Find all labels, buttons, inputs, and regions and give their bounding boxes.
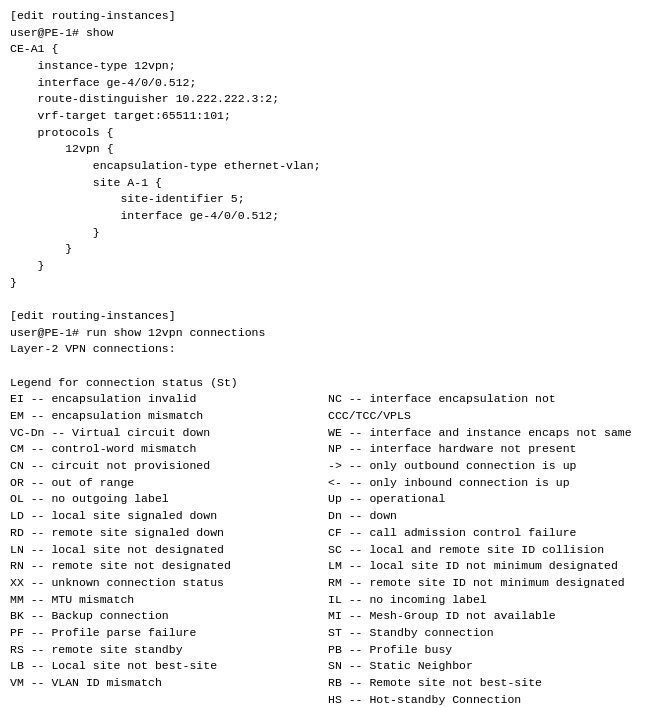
legend-item: CF -- call admission control failure: [328, 525, 642, 542]
code-block-1: [edit routing-instances] user@PE-1# show…: [10, 8, 642, 391]
legend-item: BK -- Backup connection: [10, 608, 324, 625]
legend-item: -> -- only outbound connection is up: [328, 458, 642, 475]
legend-item: CM -- control-word mismatch: [10, 441, 324, 458]
legend-item: LB -- Local site not best-site: [10, 658, 324, 675]
legend-item: NC -- interface encapsulation not CCC/TC…: [328, 391, 642, 424]
legend-item: LM -- local site ID not minimum designat…: [328, 558, 642, 575]
legend-item: <- -- only inbound connection is up: [328, 475, 642, 492]
legend-item: XX -- unknown connection status: [10, 575, 324, 592]
legend-item: OL -- no outgoing label: [10, 491, 324, 508]
legend-item: EI -- encapsulation invalid: [10, 391, 324, 408]
legend-item: Dn -- down: [328, 508, 642, 525]
legend-item: WE -- interface and instance encaps not …: [328, 425, 642, 442]
legend-right-col: NC -- interface encapsulation not CCC/TC…: [328, 391, 642, 707]
legend-item: LN -- local site not designated: [10, 542, 324, 559]
legend-item: SC -- local and remote site ID collision: [328, 542, 642, 559]
legend-item: CN -- circuit not provisioned: [10, 458, 324, 475]
terminal-window: [edit routing-instances] user@PE-1# show…: [10, 8, 642, 707]
legend-connection-table: EI -- encapsulation invalid EM -- encaps…: [10, 391, 642, 707]
legend-item: LD -- local site signaled down: [10, 508, 324, 525]
legend-item: RD -- remote site signaled down: [10, 525, 324, 542]
legend-item: RB -- Remote site not best-site: [328, 675, 642, 692]
legend-item: RS -- remote site standby: [10, 642, 324, 659]
legend-item: PB -- Profile busy: [328, 642, 642, 659]
legend-item: RN -- remote site not designated: [10, 558, 324, 575]
legend-item: VC-Dn -- Virtual circuit down: [10, 425, 324, 442]
legend-item: MI -- Mesh-Group ID not available: [328, 608, 642, 625]
legend-item: Up -- operational: [328, 491, 642, 508]
legend-item: HS -- Hot-standby Connection: [328, 692, 642, 707]
legend-left-col: EI -- encapsulation invalid EM -- encaps…: [10, 391, 324, 707]
legend-item: RM -- remote site ID not minimum designa…: [328, 575, 642, 592]
legend-item: PF -- Profile parse failure: [10, 625, 324, 642]
legend-item: VM -- VLAN ID mismatch: [10, 675, 324, 692]
legend-item: OR -- out of range: [10, 475, 324, 492]
legend-item: SN -- Static Neighbor: [328, 658, 642, 675]
legend-item: MM -- MTU mismatch: [10, 592, 324, 609]
legend-item: IL -- no incoming label: [328, 592, 642, 609]
legend-item: EM -- encapsulation mismatch: [10, 408, 324, 425]
legend-item: NP -- interface hardware not present: [328, 441, 642, 458]
legend-item: ST -- Standby connection: [328, 625, 642, 642]
